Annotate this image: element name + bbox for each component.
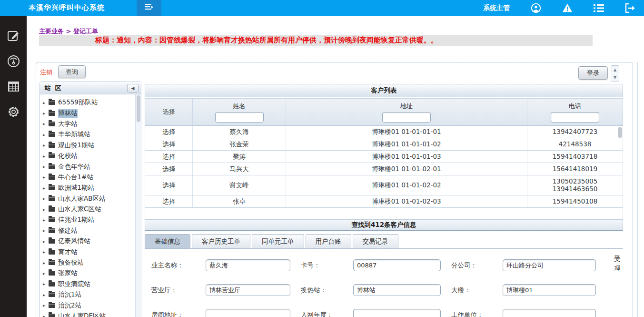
building-field[interactable] — [503, 284, 596, 296]
tree-item[interactable]: ▸牛心台1#站 — [43, 172, 141, 183]
branch-company-field[interactable] — [503, 259, 596, 271]
phone-filter-input[interactable] — [551, 112, 599, 123]
edit-order-icon[interactable] — [7, 29, 20, 42]
row-select-link[interactable]: 选择 — [145, 126, 193, 138]
row-select-link[interactable]: 选择 — [145, 163, 193, 175]
caret-right-icon[interactable]: ▸ — [43, 303, 49, 308]
row-address: 博琳楼01 01-01-02-03 — [286, 195, 527, 207]
row-select-link[interactable]: 选择 — [145, 138, 193, 150]
room-address-field[interactable] — [206, 309, 290, 317]
tree-item[interactable]: ▸育才站 — [43, 246, 141, 257]
caret-right-icon[interactable]: ▸ — [43, 281, 49, 286]
query-button[interactable]: 查询 — [58, 65, 86, 78]
caret-right-icon[interactable]: ▸ — [43, 228, 49, 233]
tab-basic-info[interactable]: 基础信息 — [145, 234, 190, 248]
caret-right-icon[interactable]: ▸ — [43, 207, 49, 212]
caret-right-icon[interactable]: ▸ — [43, 153, 49, 159]
tree-item[interactable]: ▸职业病院站 — [43, 279, 141, 289]
tree-scrollbar[interactable] — [135, 94, 141, 317]
caret-right-icon[interactable]: ▸ — [43, 143, 49, 148]
folder-icon — [49, 271, 55, 276]
tree-item-label: 治沉2站 — [58, 301, 81, 310]
dashboard-gauge-icon[interactable] — [7, 54, 20, 68]
tree-item[interactable]: ▸山水人家AB区站 — [43, 194, 141, 204]
caret-right-icon[interactable]: ▸ — [43, 260, 49, 266]
business-hall-label: 营业厅： — [151, 286, 195, 295]
tree-item-label: 预备役站 — [58, 258, 84, 267]
caret-right-icon[interactable]: ▸ — [43, 185, 49, 191]
collapse-panel-icon[interactable]: ◀ — [127, 84, 139, 92]
tab-transaction-records[interactable]: 交易记录 — [353, 234, 398, 248]
folder-icon — [49, 207, 55, 212]
rows-scroll-thumb[interactable] — [618, 127, 622, 138]
scroll-down-icon[interactable]: ▼ — [611, 73, 619, 81]
caret-right-icon[interactable]: ▸ — [43, 111, 49, 116]
folder-icon — [49, 100, 55, 105]
tree-item[interactable]: ▸博林站 — [43, 108, 141, 118]
business-hall-field[interactable] — [206, 284, 290, 296]
tree-scroll-thumb[interactable] — [137, 95, 140, 122]
tree-item[interactable]: ▸佳兆业1期站 — [43, 215, 141, 225]
tree-item-label: 山水人家AB区站 — [58, 194, 106, 203]
caret-right-icon[interactable]: ▸ — [43, 217, 49, 223]
tree-item-label: 育才站 — [58, 248, 78, 256]
tab-user-ledger[interactable]: 用户台账 — [306, 234, 351, 248]
room-address-label: 房间地址： — [151, 311, 195, 317]
row-select-link[interactable]: 选择 — [145, 195, 193, 207]
tree-item[interactable]: ▸亿泰风情站 — [43, 236, 141, 246]
panel-scrollbar[interactable]: ▲ ▼ — [611, 65, 619, 82]
tree-item[interactable]: ▸金色年华站 — [43, 161, 141, 172]
row-name: 蔡久海 — [193, 126, 286, 138]
caret-right-icon[interactable]: ▸ — [43, 132, 49, 137]
tree-item[interactable]: ▸欧洲城1期站 — [43, 183, 141, 193]
tree-item[interactable]: ▸山水人家DE区站 — [43, 311, 141, 317]
caret-right-icon[interactable]: ▸ — [43, 314, 49, 317]
tree-item[interactable]: ▸治沉1站 — [43, 289, 141, 300]
tab-customer-history-orders[interactable]: 客户历史工单 — [192, 234, 250, 248]
address-filter-input[interactable] — [382, 112, 431, 123]
row-select-link[interactable]: 选择 — [145, 151, 193, 163]
name-filter-input[interactable] — [215, 112, 264, 123]
logout-text[interactable]: 注销 — [40, 68, 52, 77]
tree-item[interactable]: ▸张家站 — [43, 268, 141, 278]
folder-icon — [49, 303, 55, 308]
network-entry-year-field[interactable] — [353, 309, 441, 317]
table-row: 选择张金荣博琳楼01 01-01-01-0242148538 — [145, 138, 623, 151]
owner-name-field[interactable] — [206, 259, 290, 271]
caret-right-icon[interactable]: ▸ — [43, 239, 49, 244]
tree-item[interactable]: ▸预备役站 — [43, 257, 141, 268]
caret-right-icon[interactable]: ▸ — [43, 292, 49, 297]
work-unit-field[interactable] — [503, 309, 596, 317]
tree-item[interactable]: ▸治沉2站 — [43, 300, 141, 310]
user-profile-icon[interactable] — [531, 3, 541, 13]
grid-table-icon[interactable] — [7, 80, 20, 93]
login-button[interactable]: 登录 — [578, 66, 608, 80]
caret-right-icon[interactable]: ▸ — [43, 100, 49, 105]
tree-item[interactable]: ▸丰华新城站 — [43, 129, 141, 140]
caret-right-icon[interactable]: ▸ — [43, 174, 49, 180]
tree-item[interactable]: ▸山水人家C区站 — [43, 204, 141, 215]
heat-exchange-station-field[interactable] — [353, 284, 441, 296]
caret-right-icon[interactable]: ▸ — [43, 121, 49, 126]
tree-item[interactable]: ▸大学站 — [43, 119, 141, 129]
scroll-up-icon[interactable]: ▲ — [611, 66, 619, 73]
table-row: 选择樊涛博琳楼01 01-01-01-0315941403718 — [145, 151, 623, 163]
card-number-field[interactable] — [353, 259, 441, 271]
caret-right-icon[interactable]: ▸ — [43, 164, 49, 169]
menu-list-icon[interactable] — [594, 3, 604, 13]
folder-icon — [49, 217, 55, 222]
caret-right-icon[interactable]: ▸ — [43, 271, 49, 276]
caret-right-icon[interactable]: ▸ — [43, 249, 49, 255]
tree-item[interactable]: ▸观山悦1期站 — [43, 140, 141, 151]
tree-item[interactable]: ▸65559部队站 — [43, 97, 141, 108]
sidebar-toggle-button[interactable] — [137, 0, 161, 16]
settings-gear-icon[interactable] — [7, 105, 20, 118]
accept-button[interactable]: 受理 — [614, 254, 621, 274]
tree-item[interactable]: ▸修建站 — [43, 225, 141, 236]
caret-right-icon[interactable]: ▸ — [43, 196, 49, 201]
tab-same-unit-orders[interactable]: 同单元工单 — [252, 234, 304, 248]
alert-icon[interactable] — [562, 3, 573, 13]
logout-icon[interactable] — [625, 3, 635, 13]
tree-item[interactable]: ▸化校站 — [43, 151, 141, 161]
row-select-link[interactable]: 选择 — [145, 175, 193, 195]
